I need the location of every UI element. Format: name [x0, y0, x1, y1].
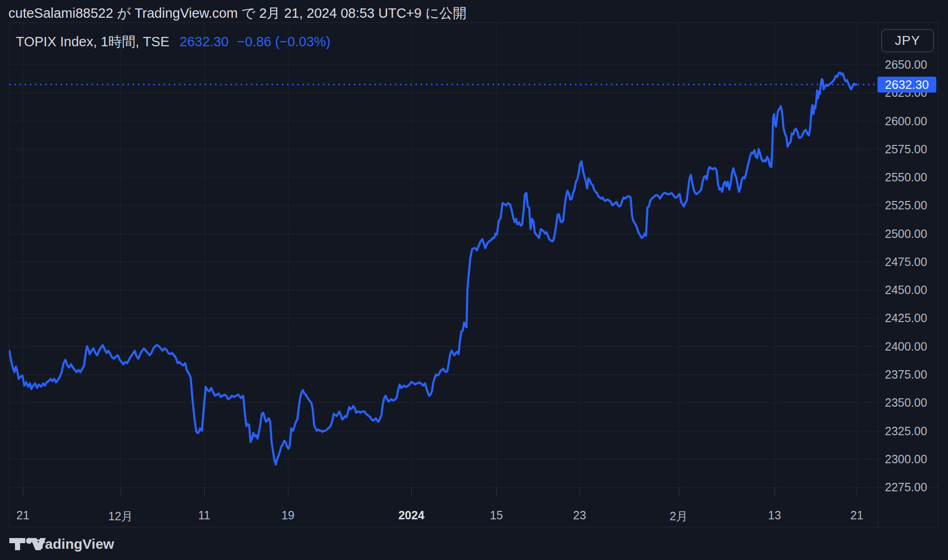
tradingview-snapshot: cuteSalami88522 が TradingView.com で 2月 2…: [0, 0, 948, 560]
chart-legend: TOPIX Index, 1時間, TSE2632.30−0.86 (−0.03…: [16, 33, 330, 51]
last-price-badge: 2632.30: [877, 77, 936, 93]
currency-label: JPY: [895, 33, 920, 48]
currency-toggle-button[interactable]: JPY: [881, 29, 934, 52]
symbol-title: TOPIX Index, 1時間, TSE: [16, 34, 169, 49]
plot-area[interactable]: [9, 22, 878, 487]
legend-change: −0.86 (−0.03%): [237, 34, 330, 49]
legend-last-price: 2632.30: [180, 34, 229, 49]
